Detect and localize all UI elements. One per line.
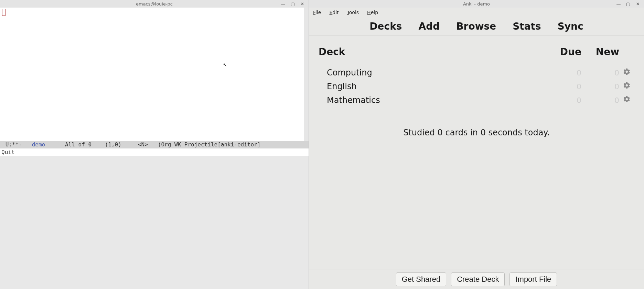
menu-help[interactable]: Help xyxy=(367,10,378,15)
modeline-suffix: All of 0 (1,0) <N> (Org WK Projectile[an… xyxy=(45,141,260,148)
minimize-icon[interactable]: — xyxy=(278,0,288,7)
deck-new: 0 xyxy=(581,69,619,77)
emacs-cursor xyxy=(2,9,6,16)
tab-browse[interactable]: Browse xyxy=(456,21,496,32)
tab-add[interactable]: Add xyxy=(418,21,440,32)
emacs-titlebar[interactable]: emacs@louie-pc — ▢ ✕ xyxy=(0,0,309,8)
menu-edit[interactable]: Edit xyxy=(329,10,339,15)
deck-due: 0 xyxy=(547,69,581,77)
deck-name[interactable]: English xyxy=(319,82,547,91)
anki-deck-list: Deck Due New Computing 0 0 English 0 0 M… xyxy=(309,36,644,269)
gear-icon[interactable] xyxy=(623,82,631,89)
deck-row: Computing 0 0 xyxy=(319,66,634,80)
mouse-pointer-icon: ↖ xyxy=(223,62,227,68)
import-file-button[interactable]: Import File xyxy=(509,272,557,286)
maximize-icon[interactable]: ▢ xyxy=(623,0,633,7)
emacs-scrollbar[interactable] xyxy=(304,8,309,141)
tab-stats[interactable]: Stats xyxy=(513,21,541,32)
modeline-buffer-name: demo xyxy=(32,141,45,148)
minibuffer-text: Quit xyxy=(1,149,15,155)
anki-menubar: File Edit Tools Help xyxy=(309,8,644,17)
emacs-title: emacs@louie-pc xyxy=(0,1,309,7)
deck-due: 0 xyxy=(547,82,581,91)
deck-due: 0 xyxy=(547,96,581,105)
deck-row: Mathematics 0 0 xyxy=(319,93,634,107)
emacs-window: emacs@louie-pc — ▢ ✕ ↖ U:**- demo All of… xyxy=(0,0,309,289)
emacs-minibuffer[interactable]: Quit xyxy=(0,148,309,156)
emacs-modeline[interactable]: U:**- demo All of 0 (1,0) <N> (Org WK Pr… xyxy=(0,141,309,148)
modeline-prefix: U:**- xyxy=(2,141,32,148)
deck-row: English 0 0 xyxy=(319,80,634,93)
menu-file[interactable]: File xyxy=(313,10,321,15)
emacs-buffer[interactable]: ↖ xyxy=(0,8,304,141)
deck-list-header: Deck Due New xyxy=(319,44,634,66)
minimize-icon[interactable]: — xyxy=(614,0,623,7)
deck-new: 0 xyxy=(581,82,619,91)
anki-title: Anki - demo xyxy=(309,1,644,7)
get-shared-button[interactable]: Get Shared xyxy=(396,272,447,286)
anki-titlebar[interactable]: Anki - demo — ▢ ✕ xyxy=(309,0,644,8)
close-icon[interactable]: ✕ xyxy=(633,0,643,7)
anki-footer: Get Shared Create Deck Import File xyxy=(309,269,644,289)
menu-tools[interactable]: Tools xyxy=(347,10,359,15)
gear-icon[interactable] xyxy=(623,95,631,103)
tab-sync[interactable]: Sync xyxy=(558,21,583,32)
header-due: Due xyxy=(547,46,581,58)
close-icon[interactable]: ✕ xyxy=(298,0,307,7)
tab-decks[interactable]: Decks xyxy=(369,21,402,32)
anki-window: Anki - demo — ▢ ✕ File Edit Tools Help D… xyxy=(309,0,644,289)
create-deck-button[interactable]: Create Deck xyxy=(451,272,505,286)
deck-name[interactable]: Computing xyxy=(319,68,547,78)
gear-icon[interactable] xyxy=(623,68,631,75)
anki-toolbar: Decks Add Browse Stats Sync xyxy=(309,17,644,36)
deck-new: 0 xyxy=(581,96,619,105)
study-status: Studied 0 cards in 0 seconds today. xyxy=(319,128,634,137)
maximize-icon[interactable]: ▢ xyxy=(288,0,298,7)
header-deck: Deck xyxy=(319,46,547,58)
header-new: New xyxy=(581,46,619,58)
deck-name[interactable]: Mathematics xyxy=(319,95,547,105)
